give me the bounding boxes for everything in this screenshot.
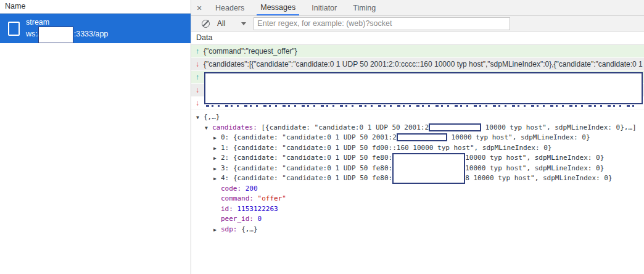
request-list-panel: Name stream ws://:3333/app bbox=[0, 0, 191, 274]
close-icon[interactable]: × bbox=[191, 3, 207, 13]
frame-row[interactable]: ↓{"candidates":[{"candidate":"candidate:… bbox=[191, 58, 644, 71]
tree-node-candidate-4[interactable]: ▶4: {candidate: "candidate:0 1 UDP 50 fe… bbox=[196, 173, 644, 184]
detail-tabs-bar: × Headers Messages Initiator Timing bbox=[191, 0, 644, 16]
tab-messages[interactable]: Messages bbox=[257, 0, 299, 15]
tree-node-sdp[interactable]: ▶sdp: {,…} bbox=[196, 225, 644, 235]
redaction-box bbox=[429, 123, 481, 131]
tree-root[interactable]: ▼{,…} bbox=[196, 112, 644, 123]
tree-node-candidate-1[interactable]: ▶1: {candidate: "candidate:0 1 UDP 50 fd… bbox=[196, 143, 644, 154]
data-column-header[interactable]: Data bbox=[191, 31, 644, 45]
json-tree-view: ▼{,…} ▼candidates: [{candidate: "candida… bbox=[191, 110, 644, 235]
request-row-stream[interactable]: stream ws://:3333/app bbox=[0, 14, 191, 43]
request-detail-panel: × Headers Messages Initiator Timing All … bbox=[191, 0, 644, 274]
websocket-icon bbox=[8, 22, 20, 36]
chevron-down-icon[interactable] bbox=[241, 22, 246, 25]
arrow-up-icon: ↑ bbox=[191, 47, 204, 56]
direction-filter-dropdown[interactable]: All bbox=[217, 19, 225, 28]
chevron-expanded-icon[interactable]: ▼ bbox=[205, 123, 212, 134]
chevron-collapsed-icon[interactable]: ▶ bbox=[213, 164, 221, 175]
tree-node-candidate-3[interactable]: ▶3: {candidate: "candidate:0 1 UDP 50 fe… bbox=[196, 164, 644, 174]
arrow-down-icon: ↓ bbox=[191, 99, 204, 107]
clipped-text-fragments bbox=[206, 105, 638, 107]
tree-prop-code[interactable]: code: 200 bbox=[196, 184, 644, 194]
tree-node-candidates[interactable]: ▼candidates: [{candidate: "candidate:0 1… bbox=[196, 123, 644, 133]
redaction-box bbox=[38, 27, 73, 43]
message-filter-bar: All bbox=[191, 16, 644, 31]
arrow-up-icon: ↑ bbox=[191, 73, 204, 81]
chevron-collapsed-icon[interactable]: ▶ bbox=[213, 225, 221, 235]
redaction-box bbox=[392, 173, 465, 184]
chevron-collapsed-icon[interactable]: ▶ bbox=[213, 133, 221, 144]
redaction-box bbox=[392, 164, 465, 174]
tree-prop-id[interactable]: id: 1153122263 bbox=[196, 204, 644, 215]
chevron-expanded-icon[interactable]: ▼ bbox=[196, 113, 204, 123]
name-column-header[interactable]: Name bbox=[0, 0, 191, 14]
tree-node-candidate-2[interactable]: ▶2: {candidate: "candidate:0 1 UDP 50 fe… bbox=[196, 153, 644, 164]
arrow-down-icon: ↓ bbox=[191, 60, 204, 68]
tree-prop-command[interactable]: command: "offer" bbox=[196, 194, 644, 204]
arrow-down-icon: ↓ bbox=[191, 86, 204, 94]
tab-timing[interactable]: Timing bbox=[349, 1, 379, 15]
chevron-collapsed-icon[interactable]: ▶ bbox=[213, 144, 221, 154]
frame-row[interactable]: ↑{"command":"request_offer"} bbox=[191, 45, 644, 58]
tab-initiator[interactable]: Initiator bbox=[308, 1, 341, 15]
chevron-collapsed-icon[interactable]: ▶ bbox=[213, 154, 221, 164]
tree-prop-peer-id[interactable]: peer_id: 0 bbox=[196, 214, 644, 225]
redaction-box bbox=[397, 133, 447, 141]
block-icon[interactable] bbox=[202, 20, 210, 28]
chevron-collapsed-icon[interactable]: ▶ bbox=[213, 174, 221, 185]
devtools-network-websocket-panel: Name stream ws://:3333/app × Headers Mes… bbox=[0, 0, 644, 274]
redaction-box bbox=[204, 72, 643, 104]
tab-headers[interactable]: Headers bbox=[212, 1, 248, 15]
redaction-box bbox=[392, 153, 465, 164]
regex-filter-input[interactable] bbox=[254, 17, 510, 30]
tree-node-candidate-0[interactable]: ▶0: {candidate: "candidate:0 1 UDP 50 20… bbox=[196, 133, 644, 143]
